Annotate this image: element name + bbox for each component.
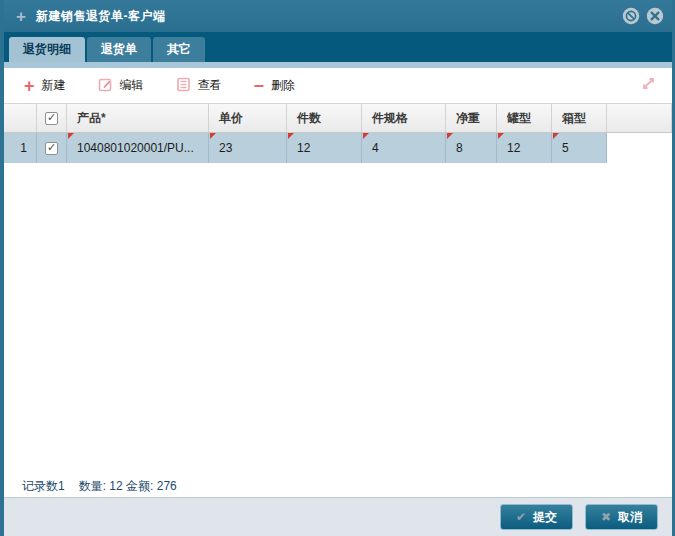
window-controls [622,7,664,25]
row-number: 1 [4,133,37,163]
totals-summary: 数量: 12 金额: 276 [79,478,177,495]
cell-net-weight-value: 8 [456,141,463,155]
cell-unit-price-value: 23 [219,141,232,155]
dirty-cell-marker [68,133,74,139]
close-button[interactable] [646,7,664,25]
toolbar: 新建 编辑 查看 删除 [4,68,672,104]
plus-icon [24,77,35,95]
footer-bar: 提交 取消 [4,497,672,536]
cell-box-type-value: 5 [562,141,569,155]
status-bar: 记录数1 数量: 12 金额: 276 [4,476,672,497]
void-button[interactable] [622,7,640,25]
grid-body-empty[interactable] [4,163,672,476]
cell-box-type[interactable]: 5 [552,133,607,163]
plus-icon [12,8,30,25]
select-all-checkbox[interactable] [45,112,58,125]
tab-bar: 退货明细 退货单 其它 [4,32,672,62]
dirty-cell-marker [210,133,216,139]
minus-icon [254,77,265,95]
column-header-net-weight[interactable]: 净重 [446,104,497,132]
expand-icon [641,76,656,91]
edit-icon [98,77,113,95]
view-icon [176,77,191,95]
tab-return-detail[interactable]: 退货明细 [9,37,85,62]
cancel-button[interactable]: 取消 [585,504,658,530]
column-header-unit-price[interactable]: 单价 [209,104,287,132]
view-button[interactable]: 查看 [176,77,222,95]
tab-return-order[interactable]: 退货单 [87,37,151,62]
table-row[interactable]: 1 1040801020001/PU... 23 12 4 8 12 [4,133,607,163]
tab-other[interactable]: 其它 [153,37,205,62]
column-header-piece-spec[interactable]: 件规格 [362,104,446,132]
dirty-cell-marker [498,133,504,139]
cell-can-type[interactable]: 12 [497,133,552,163]
cell-piece-count-value: 12 [297,141,310,155]
submit-button[interactable]: 提交 [500,504,573,530]
dirty-cell-marker [553,133,559,139]
cell-can-type-value: 12 [507,141,520,155]
column-header-piece-count[interactable]: 件数 [287,104,362,132]
cell-unit-price[interactable]: 23 [209,133,287,163]
close-icon [646,7,664,25]
cancel-button-label: 取消 [618,509,642,526]
dirty-cell-marker [447,133,453,139]
cell-net-weight[interactable]: 8 [446,133,497,163]
edit-button-label: 编辑 [120,77,144,94]
delete-button-label: 删除 [271,77,295,94]
cell-piece-spec-value: 4 [372,141,379,155]
column-header-can-type[interactable]: 罐型 [497,104,552,132]
grid-header: 产品* 单价 件数 件规格 净重 罐型 箱型 [4,104,672,133]
dirty-cell-marker [288,133,294,139]
submit-button-label: 提交 [533,509,557,526]
cell-piece-spec[interactable]: 4 [362,133,446,163]
column-header-product[interactable]: 产品* [67,104,209,132]
column-header-select-all [37,104,67,132]
column-header-filler [607,104,672,132]
cell-piece-count[interactable]: 12 [287,133,362,163]
record-count: 记录数1 [22,478,65,495]
title-bar: 新建销售退货单-客户端 [4,0,672,32]
column-header-box-type[interactable]: 箱型 [552,104,607,132]
prohibit-circle-icon [622,7,640,25]
view-button-label: 查看 [198,77,222,94]
dialog-title: 新建销售退货单-客户端 [36,8,166,25]
row-checkbox-cell [37,133,67,163]
cell-product-value: 1040801020001/PU... [77,141,194,155]
expand-button[interactable] [641,76,656,95]
row-checkbox[interactable] [45,142,58,155]
cell-product[interactable]: 1040801020001/PU... [67,133,209,163]
column-header-rownumber [4,104,37,132]
dirty-cell-marker [363,133,369,139]
delete-button[interactable]: 删除 [254,77,296,95]
dialog-window: 新建销售退货单-客户端 退货明细 退货单 其它 [0,0,675,536]
edit-button[interactable]: 编辑 [98,77,144,95]
x-icon [601,510,611,524]
new-button-label: 新建 [42,77,66,94]
check-icon [516,510,526,524]
new-button[interactable]: 新建 [24,77,66,95]
